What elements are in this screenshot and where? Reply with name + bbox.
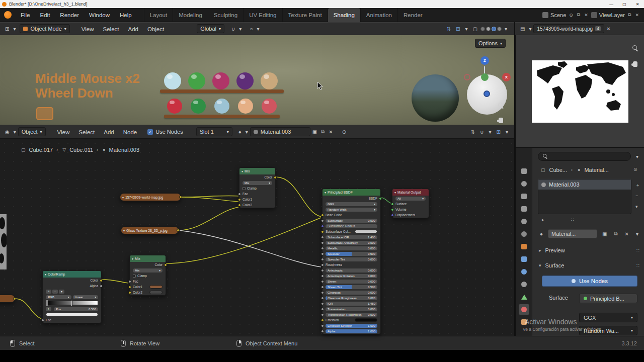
node-input-row[interactable]: Clearcoat Roughness Clearcoat Roughness0…: [323, 295, 380, 301]
properties-tab[interactable]: [519, 229, 529, 239]
chevron-down-icon[interactable]: ▾: [255, 26, 261, 32]
output-socket[interactable]: [100, 285, 103, 288]
node-input-row[interactable]: Subsurface Subsurface0.000: [323, 218, 380, 223]
node-input-row[interactable]: Mix Mix▾ Mix: [130, 267, 166, 273]
node-input-row[interactable]: Anisotropic Anisotropic0.000: [323, 267, 380, 273]
material-sphere[interactable]: [261, 72, 278, 89]
node-input-row[interactable]: Base Color Base Color: [323, 212, 380, 218]
checkbox[interactable]: [133, 275, 136, 278]
input-socket[interactable]: [128, 291, 131, 294]
properties-tab[interactable]: [519, 292, 529, 302]
properties-tab[interactable]: [519, 241, 529, 252]
node-input-row[interactable]: Surface: [392, 201, 429, 207]
filter-icon[interactable]: ▾: [634, 231, 640, 237]
filter-icon[interactable]: ▾: [634, 154, 640, 159]
node-input-row[interactable]: Sheen Sheen0.000: [323, 279, 380, 284]
specials-button[interactable]: ▾: [59, 290, 64, 294]
chevron-down-icon[interactable]: ▾: [503, 26, 509, 32]
crumb-material[interactable]: Material...: [584, 167, 608, 173]
node-input-row[interactable]: Color2 Color2▾ Color2: [239, 202, 275, 208]
orientation-dropdown[interactable]: Global▾: [197, 24, 224, 33]
pan-hand-icon[interactable]: [633, 61, 637, 67]
input-socket[interactable]: [238, 204, 241, 207]
input-socket[interactable]: [321, 241, 324, 244]
input-socket[interactable]: [391, 203, 394, 206]
node-input-row[interactable]: Sheen Tint Sheen Tint0.500: [323, 284, 380, 290]
fake-user-shield-icon[interactable]: ▣: [600, 231, 609, 237]
unlink-icon[interactable]: ✕: [604, 26, 612, 32]
shader-type-dropdown[interactable]: Object▾: [18, 127, 46, 136]
use-nodes-checkbox[interactable]: ✓ Use Nodes: [147, 129, 183, 135]
pan-hand-icon[interactable]: [499, 118, 503, 123]
menu-item[interactable]: Add: [124, 26, 143, 32]
input-socket[interactable]: [321, 286, 324, 289]
node-input-row[interactable]: Specular Tint Specular Tint0.000: [323, 256, 380, 262]
material-browse-icon[interactable]: ●: [236, 129, 244, 135]
input-socket[interactable]: [321, 236, 324, 239]
material-sphere[interactable]: [191, 99, 206, 114]
node-input-row[interactable]: Specular Specular0.500: [323, 251, 380, 256]
node-editor-canvas[interactable]: ▢ Cube.017 › ▽ Cube.011 › ● Material.003: [0, 139, 514, 336]
output-socket[interactable]: [379, 197, 382, 200]
gizmo-x-axis[interactable]: X: [502, 73, 511, 81]
remove-stop-button[interactable]: −: [52, 290, 58, 294]
chevron-down-icon[interactable]: ▾: [527, 26, 533, 32]
node-input-row[interactable]: Fac Fac▾ Fac: [130, 279, 166, 284]
properties-tab[interactable]: [519, 279, 529, 290]
input-socket[interactable]: [321, 214, 324, 217]
image-editor-canvas[interactable]: [515, 35, 644, 147]
gizmo-y-axis[interactable]: [481, 73, 489, 81]
input-socket[interactable]: [321, 263, 324, 266]
input-socket[interactable]: [321, 269, 324, 272]
viewport-3d[interactable]: Middle Mouse x2Wheel Down Z X Options▾: [0, 35, 514, 125]
color-stop[interactable]: [46, 300, 48, 306]
menu-item[interactable]: Select: [74, 129, 99, 135]
material-slot-list[interactable]: Material.003: [538, 179, 631, 214]
node-input-row[interactable]: Emission Strength Emission Strength1.000: [323, 323, 380, 328]
node-enum-row[interactable]: Random Walk▾: [323, 207, 380, 212]
workspace-tab[interactable]: Texture Paint: [282, 8, 328, 22]
unlink-icon[interactable]: ✕: [327, 129, 335, 135]
menu-item[interactable]: Window: [84, 12, 115, 18]
color-stop[interactable]: [71, 300, 72, 306]
material-sphere[interactable]: [212, 72, 229, 89]
properties-tab[interactable]: [519, 254, 529, 264]
menu-item[interactable]: File: [16, 12, 35, 18]
shading-solid-icon[interactable]: [486, 27, 491, 31]
input-socket[interactable]: [391, 208, 394, 211]
slot-remove-button[interactable]: −: [634, 193, 639, 198]
chevron-down-icon[interactable]: ▾: [237, 26, 244, 32]
chevron-down-icon[interactable]: ▾: [244, 129, 250, 135]
node-enum-row[interactable]: GGX▾: [323, 201, 380, 207]
menu-item[interactable]: Object: [143, 26, 169, 32]
menu-item[interactable]: View: [53, 129, 74, 135]
output-socket[interactable]: [274, 176, 277, 179]
unlink-icon[interactable]: ✕: [623, 231, 631, 237]
node-input-row[interactable]: Color1 Color1▾ Color1: [239, 197, 275, 202]
colorramp-gradient[interactable]: [46, 301, 98, 305]
material-sphere[interactable]: [214, 99, 229, 114]
menu-item[interactable]: Render: [55, 12, 84, 18]
properties-tab[interactable]: [519, 204, 529, 214]
unlink-icon[interactable]: ✕: [634, 13, 640, 18]
copy-icon[interactable]: ⧉: [576, 12, 581, 18]
material-slot-selected[interactable]: Material.003: [538, 179, 631, 190]
input-socket[interactable]: [128, 286, 131, 289]
hdri-preview-sphere[interactable]: [412, 74, 459, 122]
parent-arrows-icon[interactable]: ⇅: [469, 129, 477, 135]
output-socket[interactable]: [100, 279, 103, 282]
output-socket[interactable]: [13, 297, 16, 300]
node-input-row[interactable]: Displacement: [392, 212, 429, 218]
colorramp-node[interactable]: ▾ColorRamp Color Alpha ＋ − ▾ RGB▾ Linear…: [42, 270, 102, 323]
material-sphere[interactable]: [238, 99, 253, 114]
input-socket[interactable]: [391, 214, 394, 217]
menu-item[interactable]: Add: [99, 129, 118, 135]
chevron-down-icon[interactable]: ▾: [11, 26, 18, 32]
material-output-node[interactable]: ▾Material Output All▾ Surface Volume Dis…: [392, 189, 429, 218]
node-input-row[interactable]: Volume: [392, 207, 429, 212]
menu-item[interactable]: Select: [99, 26, 124, 32]
snap-magnet-icon[interactable]: ∪: [478, 129, 486, 135]
zoom-icon[interactable]: [498, 103, 504, 109]
properties-tab[interactable]: [519, 166, 529, 176]
show-gizmo-icon[interactable]: ⇅: [445, 26, 453, 32]
